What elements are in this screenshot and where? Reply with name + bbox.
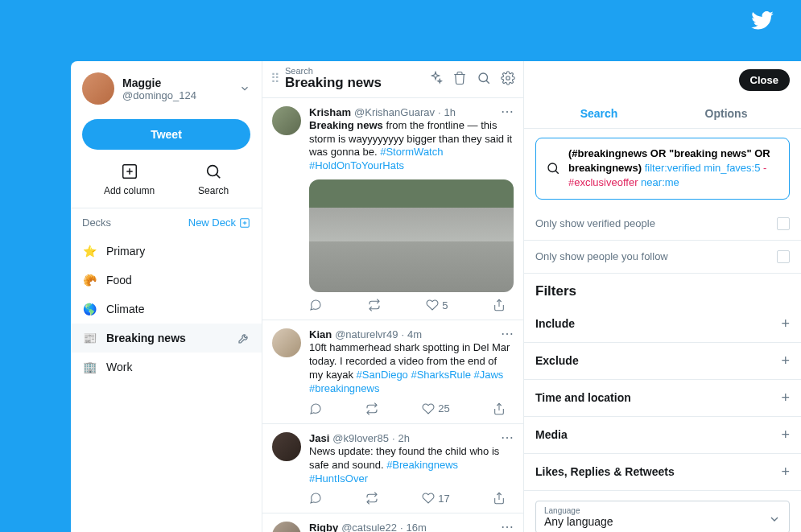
app-window: Maggie @domingo_124 Tweet Add column Sea… xyxy=(71,61,801,532)
like-button[interactable]: 17 xyxy=(422,492,449,505)
earth-icon: 🌎 xyxy=(82,303,97,315)
deck-item-primary[interactable]: ⭐Primary xyxy=(71,237,262,266)
svg-line-15 xyxy=(555,171,559,174)
deck-item-work[interactable]: 🏢Work xyxy=(71,353,262,381)
share-button[interactable] xyxy=(493,402,506,415)
more-icon[interactable]: ⋯ xyxy=(501,435,514,441)
language-value: Any language xyxy=(544,515,781,528)
feed-column: ⠿ Search Breaking news Krisham @KrishanG… xyxy=(262,61,524,532)
tweet-handle: @KrishanGuarav xyxy=(354,106,435,118)
svg-line-9 xyxy=(486,80,489,84)
add-column-button[interactable]: Add column xyxy=(104,163,155,196)
plus-icon: + xyxy=(781,353,790,369)
tweet-author: Kian xyxy=(309,328,332,340)
add-column-label: Add column xyxy=(104,185,155,196)
profile-switcher[interactable]: Maggie @domingo_124 xyxy=(71,61,262,111)
search-query-box[interactable]: (#breakingnews OR "breaking news" OR bre… xyxy=(535,138,790,200)
retweet-button[interactable] xyxy=(365,492,379,505)
tweet[interactable]: Krisham @KrishanGuarav · 1h ⋯ Breaking n… xyxy=(262,98,523,321)
retweet-button[interactable] xyxy=(365,402,379,415)
reply-button[interactable] xyxy=(309,299,322,311)
language-select[interactable]: Language Any language xyxy=(535,501,790,532)
share-button[interactable] xyxy=(493,299,506,311)
food-icon: 🥐 xyxy=(82,274,97,287)
tweet-author: Krisham xyxy=(309,106,351,118)
sidebar: Maggie @domingo_124 Tweet Add column Sea… xyxy=(71,61,262,532)
avatar xyxy=(272,432,301,461)
option-verified[interactable]: Only show verified people xyxy=(524,208,801,241)
chevron-down-icon xyxy=(768,513,781,526)
star-icon: ⭐ xyxy=(82,245,97,258)
drag-handle-icon[interactable]: ⠿ xyxy=(270,71,280,86)
tweet-media[interactable] xyxy=(309,179,514,292)
chevron-down-icon xyxy=(239,83,250,94)
plus-icon: + xyxy=(781,464,790,480)
tweet-handle: @catsule22 xyxy=(341,522,397,532)
close-button[interactable]: Close xyxy=(739,69,790,91)
checkbox[interactable] xyxy=(777,250,790,263)
like-button[interactable]: 5 xyxy=(426,299,448,311)
avatar xyxy=(272,522,301,532)
reply-button[interactable] xyxy=(309,492,322,505)
reply-button[interactable] xyxy=(309,402,322,415)
tweet-handle: @naturelvr49 xyxy=(335,328,398,340)
filter-time-location[interactable]: Time and location+ xyxy=(524,380,801,417)
tab-search[interactable]: Search xyxy=(535,99,663,128)
filter-include[interactable]: Include+ xyxy=(524,306,801,343)
svg-point-8 xyxy=(479,73,488,82)
tweet-text: 10ft hammerhead shark spotting in Del Ma… xyxy=(309,341,514,396)
tweet[interactable]: Rigby @catsule22 · 16m ⋯ xyxy=(262,513,523,532)
deck-item-breaking-news[interactable]: 📰Breaking news xyxy=(71,324,262,353)
sparkle-icon[interactable] xyxy=(428,71,443,85)
plus-icon: + xyxy=(781,390,790,406)
filter-exclude[interactable]: Exclude+ xyxy=(524,343,801,380)
more-icon[interactable]: ⋯ xyxy=(501,331,514,337)
like-button[interactable]: 25 xyxy=(422,402,449,415)
column-header: ⠿ Search Breaking news xyxy=(262,61,523,98)
tweet[interactable]: Jasi @k9lover85 · 2h ⋯ News update: they… xyxy=(262,424,523,514)
avatar xyxy=(82,72,114,105)
tweet-time: 4m xyxy=(407,328,422,340)
share-button[interactable] xyxy=(493,492,506,505)
plus-icon: + xyxy=(781,427,790,443)
svg-line-4 xyxy=(217,175,221,179)
more-icon[interactable]: ⋯ xyxy=(501,109,514,115)
twitter-logo xyxy=(751,11,774,30)
search-label: Search xyxy=(198,185,229,196)
tweet[interactable]: Kian @naturelvr49 · 4m ⋯ 10ft hammerhead… xyxy=(262,320,523,424)
filter-media[interactable]: Media+ xyxy=(524,417,801,454)
new-deck-button[interactable]: New Deck xyxy=(188,217,250,229)
deck-item-food[interactable]: 🥐Food xyxy=(71,266,262,295)
more-icon[interactable]: ⋯ xyxy=(501,524,514,530)
decks-title: Decks xyxy=(82,217,111,229)
tweet-text: Breaking news from the frontline — this … xyxy=(309,119,514,174)
tweet-time: 1h xyxy=(444,106,456,118)
deck-item-climate[interactable]: 🌎Climate xyxy=(71,295,262,324)
tweet-button[interactable]: Tweet xyxy=(82,119,250,150)
retweet-button[interactable] xyxy=(367,299,382,311)
svg-point-3 xyxy=(208,166,218,176)
checkbox[interactable] xyxy=(777,217,790,230)
svg-point-14 xyxy=(548,163,557,172)
search-icon xyxy=(546,161,560,175)
search-button[interactable]: Search xyxy=(198,163,229,196)
avatar xyxy=(272,106,301,135)
language-label: Language xyxy=(544,506,781,515)
tweet-author: Rigby xyxy=(309,522,338,532)
filters-heading: Filters xyxy=(524,274,801,306)
avatar xyxy=(272,328,301,357)
news-icon: 📰 xyxy=(82,332,97,344)
tweet-handle: @k9lover85 xyxy=(332,432,389,444)
handle: @domingo_124 xyxy=(122,89,231,101)
search-query-text: (#breakingnews OR "breaking news" OR bre… xyxy=(568,146,779,191)
option-following[interactable]: Only show people you follow xyxy=(524,241,801,274)
search-icon[interactable] xyxy=(477,71,491,85)
gear-icon[interactable] xyxy=(501,71,515,85)
filter-engagement[interactable]: Likes, Replies & Retweets+ xyxy=(524,454,801,491)
trash-icon[interactable] xyxy=(452,71,467,85)
svg-point-10 xyxy=(506,76,510,80)
filters-panel: Close Search Options (#breakingnews OR "… xyxy=(524,61,801,532)
wrench-icon[interactable] xyxy=(237,332,250,344)
tab-options[interactable]: Options xyxy=(663,99,790,128)
building-icon: 🏢 xyxy=(82,361,97,373)
